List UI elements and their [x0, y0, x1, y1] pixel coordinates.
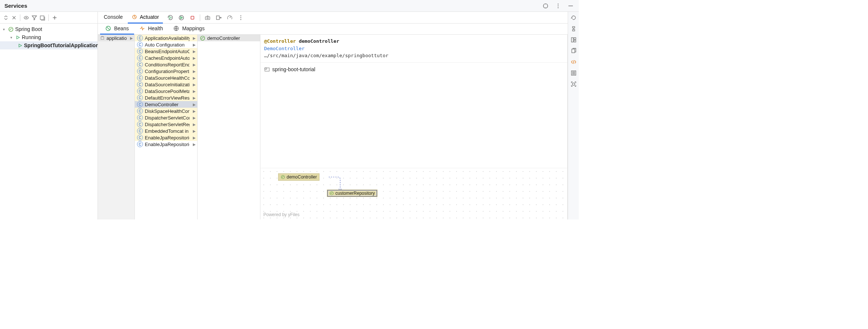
mappings-icon	[173, 25, 179, 31]
layout-icon[interactable]	[570, 36, 577, 44]
config-item[interactable]: CDispatcherServletConfigu▶	[135, 114, 197, 121]
chevron-down-icon: ▾	[10, 35, 14, 39]
config-label: DispatcherServletRegistra	[145, 122, 189, 127]
config-label: BeansEndpointAutoConfi	[145, 49, 189, 54]
config-item[interactable]: CApplicationAvailabilityAut▶	[135, 35, 197, 41]
refresh-icon[interactable]	[570, 14, 577, 21]
bean-item-demoController[interactable]: demoController	[198, 35, 260, 41]
chevron-right-icon: ▶	[191, 136, 196, 140]
svg-point-11	[207, 17, 208, 19]
svg-rect-28	[574, 40, 576, 42]
module-row[interactable]: spring-boot-tutorial	[260, 63, 567, 76]
svg-point-22	[281, 176, 285, 179]
config-item[interactable]: CDefaultErrorViewResolver▶	[135, 94, 197, 101]
class-link[interactable]: DemoController	[264, 46, 305, 51]
class-icon: C	[137, 48, 143, 54]
minimize-icon[interactable]	[567, 2, 574, 10]
kebab-icon[interactable]	[237, 14, 245, 21]
right-gutter	[568, 12, 579, 219]
class-icon: C	[137, 62, 143, 67]
show-icon[interactable]	[23, 14, 30, 21]
subtab-health[interactable]: Health	[134, 24, 168, 35]
code-icon[interactable]	[570, 58, 577, 66]
config-item[interactable]: CConfigurationPropertiesR▶	[135, 68, 197, 75]
chevron-right-icon: ▶	[191, 109, 196, 113]
config-item[interactable]: CDataSourcePoolMetadata▶	[135, 88, 197, 94]
class-icon: C	[137, 95, 143, 101]
play-icon	[16, 35, 20, 40]
context-item[interactable]: application ▶	[98, 35, 134, 41]
config-item[interactable]: CCachesEndpointAutoCon▶	[135, 55, 197, 61]
subtab-mappings[interactable]: Mappings	[168, 24, 210, 35]
stop-icon[interactable]	[189, 14, 196, 21]
subtab-beans[interactable]: Beans	[100, 24, 134, 35]
grid-icon[interactable]	[39, 14, 46, 21]
run-icon[interactable]	[178, 14, 185, 21]
chevron-right-icon: ▶	[191, 89, 196, 93]
config-item[interactable]: CBeansEndpointAutoConfi▶	[135, 48, 197, 55]
config-item[interactable]: CEmbeddedTomcat in Serv▶	[135, 128, 197, 134]
chevron-right-icon: ▶	[191, 116, 196, 120]
module-icon	[264, 66, 270, 72]
config-item[interactable]: CAuto Configuration▶	[135, 41, 197, 48]
config-item[interactable]: CEnableJpaRepositoriesCo▶	[135, 141, 197, 148]
more-icon[interactable]	[554, 2, 562, 10]
column-contexts: application ▶	[98, 35, 135, 219]
copy-icon[interactable]	[570, 47, 577, 55]
config-label: ConditionsReportEndpoin	[145, 62, 189, 67]
svg-point-15	[240, 19, 241, 20]
dependency-diagram[interactable]: demoController customerRepository Powere…	[260, 168, 567, 219]
tree-running[interactable]: ▾ Running	[0, 33, 98, 41]
health-icon	[139, 25, 145, 31]
tab-actuator[interactable]: Actuator	[128, 12, 163, 24]
diagram-powered-label: Powered by yFiles	[263, 212, 300, 217]
svg-point-19	[201, 36, 205, 40]
svg-rect-5	[40, 16, 44, 20]
class-icon: C	[137, 75, 143, 81]
config-item[interactable]: CConditionsReportEndpoin▶	[135, 61, 197, 68]
gauge-icon[interactable]	[226, 14, 233, 21]
config-item[interactable]: CDataSourceInitializationC▶	[135, 81, 197, 88]
config-item[interactable]: CDiskSpaceHealthContribu▶	[135, 108, 197, 114]
svg-rect-31	[573, 83, 575, 85]
beans-icon	[105, 25, 111, 31]
diagram-node-customerRepository[interactable]: customerRepository	[327, 190, 377, 197]
bean-detail: @Controller demoController DemoControlle…	[260, 35, 568, 219]
tab-console[interactable]: Console	[100, 12, 126, 24]
config-item[interactable]: CDemoController▶	[135, 101, 197, 108]
tree-app-item[interactable]: SpringBootTutorialApplication :80	[0, 41, 98, 49]
spring-bean-icon	[281, 175, 285, 179]
neighbors-icon[interactable]	[570, 25, 577, 32]
target-icon[interactable]	[542, 2, 549, 10]
chevron-right-icon: ▶	[191, 43, 196, 47]
svg-point-6	[9, 27, 13, 31]
service-tree: ▾ Spring Boot ▾ Running SpringBootTutori…	[0, 24, 98, 49]
chevron-right-icon: ▶	[191, 69, 196, 73]
config-item[interactable]: CDataSourceHealthContrib▶	[135, 75, 197, 81]
filter-icon[interactable]	[31, 14, 38, 21]
config-item[interactable]: CEnableJpaRepositoriesCo▶	[135, 134, 197, 141]
diagram-node-demoController[interactable]: demoController	[278, 173, 319, 181]
node-label: demoController	[287, 174, 317, 180]
config-item[interactable]: CDispatcherServletRegistra▶	[135, 121, 197, 128]
config-label: EnableJpaRepositoriesCo	[145, 135, 189, 141]
expand-collapse-icon[interactable]	[2, 14, 10, 21]
exit-icon[interactable]	[215, 14, 222, 21]
list-icon[interactable]	[570, 69, 577, 77]
spring-icon	[8, 27, 14, 32]
add-icon[interactable]	[51, 14, 58, 21]
config-label: EmbeddedTomcat in Serv	[145, 128, 189, 134]
svg-point-1	[558, 3, 558, 4]
config-label: EnableJpaRepositoriesCo	[145, 142, 189, 147]
actuator-icon	[131, 14, 137, 20]
svg-point-2	[558, 5, 558, 6]
snapshot-icon[interactable]	[204, 14, 211, 21]
main-tabs: Console Actuator	[98, 12, 568, 24]
chevron-right-icon: ▶	[191, 56, 196, 60]
fit-icon[interactable]	[570, 80, 577, 88]
spring-bean-icon	[329, 191, 334, 195]
bean-detail-header: @Controller demoController DemoControlle…	[260, 35, 567, 63]
rerun-icon[interactable]	[167, 14, 174, 21]
close-item-icon[interactable]	[10, 14, 18, 21]
tree-root-spring-boot[interactable]: ▾ Spring Boot	[0, 25, 98, 33]
